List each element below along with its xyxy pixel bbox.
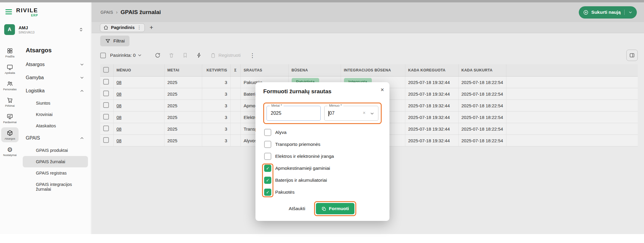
add-tab-button[interactable]: +	[150, 24, 153, 31]
trash-icon[interactable]	[168, 52, 174, 58]
rail-item-pardavimai[interactable]: Pardavimai	[1, 111, 19, 126]
menu-icon[interactable]	[5, 7, 12, 16]
sidebar-subitem-ataskaitos[interactable]: Ataskaitos	[23, 120, 88, 132]
option-checkbox[interactable]: ✓	[264, 177, 271, 184]
column-header-metai[interactable]: METAI	[164, 64, 202, 77]
rail-item-personalas[interactable]: Personalas	[1, 78, 19, 93]
modal-option-pakuotės: ✓Pakuotės	[263, 186, 382, 198]
column-header-būsena[interactable]: BŪSENA	[288, 64, 341, 77]
month-link[interactable]: 08	[117, 126, 122, 132]
columns-icon	[629, 52, 635, 58]
check-icon: ✓	[266, 190, 270, 194]
sidebar-subitem-gpais-žurnalai[interactable]: GPAIS žurnalai	[23, 156, 88, 167]
option-label: Apmokestinamieji gaminiai	[275, 166, 330, 171]
close-icon[interactable]: ×	[380, 86, 384, 93]
chevron-down-icon	[80, 75, 84, 80]
row-checkbox[interactable]	[103, 91, 109, 96]
annotation-submit-highlight: Formuoti	[314, 201, 356, 216]
create-new-button[interactable]: Sukurti naują	[579, 6, 637, 19]
submit-button[interactable]: Formuoti	[316, 203, 354, 214]
breadcrumb-parent[interactable]: GPAIS	[101, 10, 113, 15]
sidebar-item-label: Atsargos	[26, 62, 45, 67]
row-checkbox[interactable]	[103, 114, 109, 120]
clear-icon[interactable]: ×	[363, 110, 366, 116]
lightning-icon[interactable]	[196, 52, 202, 58]
month-field[interactable]: Mėnuo * 07 ×	[324, 106, 378, 121]
bookmark-icon[interactable]	[182, 52, 188, 58]
month-link[interactable]: 08	[117, 138, 122, 143]
sidebar-item-gpais[interactable]: GPAIS	[23, 132, 88, 145]
rail-item-atsargos[interactable]: Atsargos	[1, 127, 19, 142]
grid-icon	[7, 48, 13, 54]
text-caret	[328, 111, 329, 116]
check-icon: ✓	[266, 166, 270, 170]
chevron-down-icon[interactable]	[370, 111, 374, 116]
user-card[interactable]: A AMJ SINGVAI13	[4, 24, 87, 35]
month-link[interactable]: 08	[117, 103, 122, 108]
column-header-srautas[interactable]: SRAUTAS	[240, 64, 288, 77]
register-button[interactable]: Registruoti	[210, 53, 240, 58]
row-checkbox[interactable]	[103, 102, 109, 108]
toolbar-kebab-icon[interactable]: ⋮	[249, 52, 255, 59]
option-checkbox[interactable]	[264, 129, 271, 136]
sidebar: RIVILE ERP A AMJ SINGVAI13 PradžiaApskai…	[0, 0, 91, 234]
rail-item-label: Pirkimai	[5, 104, 15, 107]
form-journal-modal: Formuoti žurnalų srautas × Metai * 2025 …	[255, 82, 389, 221]
sidebar-subitem-gpais-produktai[interactable]: GPAIS produktai	[23, 145, 88, 156]
row-checkbox[interactable]	[103, 137, 109, 143]
refresh-icon[interactable]	[155, 52, 161, 58]
columns-settings-button[interactable]	[626, 50, 638, 61]
column-header-mėnuo[interactable]: MĖNUO	[113, 64, 164, 77]
create-new-label: Sukurti naują	[591, 10, 621, 15]
sidebar-item-label: GPAIS	[26, 135, 40, 141]
sidebar-item-atsargos[interactable]: Atsargos	[23, 58, 88, 71]
row-checkbox[interactable]	[103, 79, 109, 85]
rail-item-pradžia[interactable]: Pradžia	[1, 45, 19, 60]
unfold-icon[interactable]	[78, 27, 84, 32]
month-field-label: Mėnuo *	[328, 104, 343, 107]
sidebar-item-gamyba[interactable]: Gamyba	[23, 71, 88, 84]
column-header-kada-koreguota[interactable]: KADA KOREGUOTA	[405, 64, 458, 77]
toolbar-checkbox[interactable]	[100, 53, 106, 58]
month-link[interactable]: 08	[117, 80, 122, 85]
sidebar-subitem-kroviniai[interactable]: Kroviniai	[23, 109, 88, 120]
column-header-σ[interactable]: Σ	[230, 64, 240, 77]
sidebar-subitem-gpais-integracijos-žurnalai[interactable]: GPAIS integracijos žurnalai	[23, 179, 88, 195]
page-title: GPAIS žurnalai	[121, 9, 161, 16]
sidebar-subitem-gpais-registras[interactable]: GPAIS registras	[23, 167, 88, 179]
option-checkbox[interactable]: ✓	[264, 189, 271, 196]
row-checkbox[interactable]	[103, 126, 109, 131]
home-icon	[103, 25, 109, 30]
sidebar-item-logistika[interactable]: Logistika	[23, 84, 88, 97]
sidebar-body: PradžiaApskaitaPersonalasPirkimaiPardavi…	[0, 42, 91, 195]
clipboard-icon	[210, 53, 216, 58]
select-all-checkbox[interactable]	[103, 67, 109, 73]
rail-item-apskaita[interactable]: Apskaita	[1, 62, 19, 77]
cancel-button[interactable]: Atšaukti	[289, 206, 305, 211]
option-checkbox[interactable]	[264, 153, 271, 160]
month-link[interactable]: 08	[117, 91, 122, 97]
column-header-ketvirtis[interactable]: KETVIRTIS	[202, 64, 230, 77]
sidebar-item-label: Gamyba	[26, 75, 44, 80]
option-label: Baterijos ir akumuliatoriai	[275, 178, 327, 183]
option-checkbox[interactable]	[264, 141, 271, 148]
column-header-kada-sukurta[interactable]: KADA SUKURTA	[458, 64, 506, 77]
year-field[interactable]: Metai * 2025	[267, 106, 321, 121]
modal-footer: Atšaukti Formuoti	[263, 201, 382, 216]
option-checkbox[interactable]: ✓	[264, 165, 271, 172]
chevron-down-icon[interactable]	[137, 53, 142, 58]
rail-item-pirkimai[interactable]: Pirkimai	[1, 94, 19, 109]
check-icon: ✓	[266, 178, 270, 182]
option-label: Alyva	[275, 130, 287, 135]
modal-title: Formuoti žurnalų srautas	[263, 88, 382, 95]
month-link[interactable]: 08	[117, 115, 122, 120]
rail-item-nustatymai[interactable]: ⚙Nustatymai	[1, 144, 19, 159]
filters-button[interactable]: Filtrai	[100, 36, 130, 46]
column-header-integracijos-būsena[interactable]: INTEGRACIJOS BŪSENA	[341, 64, 405, 77]
sidebar-item-label: Logistika	[26, 88, 45, 94]
sidebar-subitem-siuntos[interactable]: Siuntos	[23, 97, 88, 109]
register-label: Registruoti	[218, 53, 240, 58]
chevron-down-icon	[628, 10, 633, 15]
tab-kebab-icon[interactable]: ⋮	[137, 25, 141, 30]
tab-pagrindinis[interactable]: Pagrindinis ⋮	[100, 23, 145, 32]
